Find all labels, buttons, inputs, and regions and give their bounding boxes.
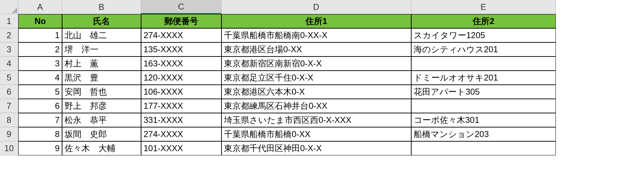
cell-D7[interactable]: 東京都練馬区石神井台0-XX bbox=[221, 99, 411, 113]
row-9-gutter bbox=[556, 127, 644, 141]
row-6-gutter bbox=[556, 85, 644, 99]
row-7-gutter bbox=[556, 99, 644, 113]
cell-E4[interactable] bbox=[411, 57, 556, 71]
row-header-4[interactable]: 4 bbox=[0, 57, 18, 71]
cell-A10[interactable]: 9 bbox=[18, 141, 62, 155]
row-8-gutter bbox=[556, 113, 644, 127]
row-header-9[interactable]: 9 bbox=[0, 127, 18, 141]
cell-B10[interactable]: 佐々木 大輔 bbox=[62, 141, 141, 155]
row-4-gutter bbox=[556, 57, 644, 71]
cell-E2[interactable]: スカイタワー1205 bbox=[411, 28, 556, 42]
cell-E3[interactable]: 海のシティハウス201 bbox=[411, 42, 556, 57]
col-header-B[interactable]: B bbox=[62, 0, 141, 14]
cell-C6[interactable]: 106-XXXX bbox=[141, 85, 221, 99]
cell-B4[interactable]: 村上 薫 bbox=[62, 57, 141, 71]
cell-B7[interactable]: 野上 邦彦 bbox=[62, 99, 141, 113]
cell-A2[interactable]: 1 bbox=[18, 28, 62, 42]
row-header-10[interactable]: 10 bbox=[0, 141, 18, 155]
svg-marker-0 bbox=[12, 7, 17, 13]
row-header-1[interactable]: 1 bbox=[0, 14, 18, 28]
cell-C5[interactable]: 120-XXXX bbox=[141, 71, 221, 85]
cell-E6[interactable]: 花田アパート305 bbox=[411, 85, 556, 99]
cell-A7[interactable]: 6 bbox=[18, 99, 62, 113]
cell-D6[interactable]: 東京都港区六本木0-X bbox=[221, 85, 411, 99]
cell-D3[interactable]: 東京都港区台場0-XX bbox=[221, 42, 411, 57]
cell-A1[interactable]: No bbox=[18, 14, 62, 28]
cell-D4[interactable]: 東京都新宿区南新宿0-X-X bbox=[221, 57, 411, 71]
cell-D10[interactable]: 東京都千代田区神田0-X-X bbox=[221, 141, 411, 155]
cell-C3[interactable]: 135-XXXX bbox=[141, 42, 221, 57]
row-1-gutter bbox=[556, 14, 644, 28]
cell-E9[interactable]: 船橋マンション203 bbox=[411, 127, 556, 141]
col-header-E[interactable]: E bbox=[411, 0, 556, 14]
cell-B6[interactable]: 安岡 哲也 bbox=[62, 85, 141, 99]
col-header-D[interactable]: D bbox=[221, 0, 411, 14]
cell-A4[interactable]: 3 bbox=[18, 57, 62, 71]
select-all-icon bbox=[12, 7, 17, 13]
cell-E7[interactable] bbox=[411, 99, 556, 113]
cell-D2[interactable]: 千葉県船橋市船橋南0-XX-X bbox=[221, 28, 411, 42]
row-header-6[interactable]: 6 bbox=[0, 85, 18, 99]
cell-A3[interactable]: 2 bbox=[18, 42, 62, 57]
cell-C8[interactable]: 331-XXXX bbox=[141, 113, 221, 127]
cell-C1[interactable]: 郵便番号 bbox=[141, 14, 221, 28]
row-5-gutter bbox=[556, 71, 644, 85]
spreadsheet[interactable]: A B C D E 1 No 氏名 郵便番号 住所1 住所2 2 1 北山 雄二… bbox=[0, 0, 644, 155]
cell-E10[interactable] bbox=[411, 141, 556, 155]
cell-B9[interactable]: 坂間 史郎 bbox=[62, 127, 141, 141]
cell-D1[interactable]: 住所1 bbox=[221, 14, 411, 28]
cell-D5[interactable]: 東京都足立区千住0-X-X bbox=[221, 71, 411, 85]
cell-B2[interactable]: 北山 雄二 bbox=[62, 28, 141, 42]
cell-A8[interactable]: 7 bbox=[18, 113, 62, 127]
cell-A6[interactable]: 5 bbox=[18, 85, 62, 99]
select-all-corner[interactable] bbox=[0, 0, 18, 14]
row-header-7[interactable]: 7 bbox=[0, 99, 18, 113]
cell-B3[interactable]: 堺 洋一 bbox=[62, 42, 141, 57]
row-header-5[interactable]: 5 bbox=[0, 71, 18, 85]
cell-C7[interactable]: 177-XXXX bbox=[141, 99, 221, 113]
cell-D8[interactable]: 埼玉県さいたま市西区西0-X-XXX bbox=[221, 113, 411, 127]
cell-B8[interactable]: 松永 恭平 bbox=[62, 113, 141, 127]
row-2-gutter bbox=[556, 28, 644, 42]
cell-A5[interactable]: 4 bbox=[18, 71, 62, 85]
cell-C10[interactable]: 101-XXXX bbox=[141, 141, 221, 155]
row-10-gutter bbox=[556, 141, 644, 155]
cell-A9[interactable]: 8 bbox=[18, 127, 62, 141]
cell-D9[interactable]: 千葉県船橋市船橋0-XX bbox=[221, 127, 411, 141]
col-header-gutter bbox=[556, 0, 644, 14]
cell-C4[interactable]: 163-XXXX bbox=[141, 57, 221, 71]
cell-C9[interactable]: 274-XXXX bbox=[141, 127, 221, 141]
row-header-3[interactable]: 3 bbox=[0, 42, 18, 57]
cell-E1[interactable]: 住所2 bbox=[411, 14, 556, 28]
col-header-A[interactable]: A bbox=[18, 0, 62, 14]
row-3-gutter bbox=[556, 42, 644, 57]
row-header-2[interactable]: 2 bbox=[0, 28, 18, 42]
cell-C2[interactable]: 274-XXXX bbox=[141, 28, 221, 42]
col-header-C[interactable]: C bbox=[141, 0, 221, 14]
row-header-8[interactable]: 8 bbox=[0, 113, 18, 127]
cell-E8[interactable]: コーポ佐々木301 bbox=[411, 113, 556, 127]
cell-E5[interactable]: ドミールオオサキ201 bbox=[411, 71, 556, 85]
cell-B5[interactable]: 黒沢 豊 bbox=[62, 71, 141, 85]
cell-B1[interactable]: 氏名 bbox=[62, 14, 141, 28]
